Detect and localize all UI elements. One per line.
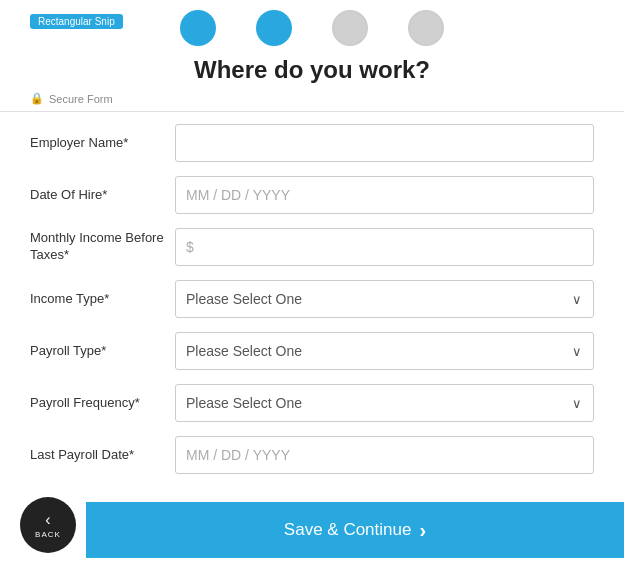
back-button[interactable]: ‹ BACK — [20, 497, 76, 553]
step-1 — [180, 10, 216, 46]
monthly-income-input[interactable] — [175, 228, 594, 266]
employer-name-input[interactable] — [175, 124, 594, 162]
back-label: BACK — [35, 530, 61, 539]
income-type-row: Income Type* Please Select One ∨ — [30, 278, 594, 320]
payroll-type-row: Payroll Type* Please Select One ∨ — [30, 330, 594, 372]
date-of-hire-row: Date Of Hire* — [30, 174, 594, 216]
secure-text: Secure Form — [49, 93, 113, 105]
income-type-wrapper: Please Select One ∨ — [175, 280, 594, 318]
form-area: Employer Name* Date Of Hire* Monthly Inc… — [0, 112, 624, 482]
payroll-frequency-wrapper: Please Select One ∨ — [175, 384, 594, 422]
page-title: Where do you work? — [0, 52, 624, 90]
payroll-type-select[interactable]: Please Select One — [175, 332, 594, 370]
lock-icon: 🔒 — [30, 92, 44, 105]
income-type-select[interactable]: Please Select One — [175, 280, 594, 318]
step-3 — [332, 10, 368, 46]
save-continue-label: Save & Continue — [284, 520, 412, 540]
bottom-bar: ‹ BACK Save & Continue › — [0, 497, 624, 563]
income-type-label: Income Type* — [30, 291, 175, 308]
employer-name-label: Employer Name* — [30, 135, 175, 152]
top-tag: Rectangular Snip — [30, 14, 123, 29]
right-arrow-icon: › — [419, 519, 426, 542]
last-payroll-date-row: Last Payroll Date* — [30, 434, 594, 476]
secure-form-label: 🔒 Secure Form — [0, 90, 624, 112]
step-indicator: Rectangular Snip — [0, 0, 624, 52]
payroll-frequency-label: Payroll Frequency* — [30, 395, 175, 412]
last-payroll-date-label: Last Payroll Date* — [30, 447, 175, 464]
last-payroll-date-input[interactable] — [175, 436, 594, 474]
payroll-type-label: Payroll Type* — [30, 343, 175, 360]
step-2 — [256, 10, 292, 46]
payroll-frequency-row: Payroll Frequency* Please Select One ∨ — [30, 382, 594, 424]
date-of-hire-input[interactable] — [175, 176, 594, 214]
payroll-type-wrapper: Please Select One ∨ — [175, 332, 594, 370]
payroll-frequency-select[interactable]: Please Select One — [175, 384, 594, 422]
date-of-hire-label: Date Of Hire* — [30, 187, 175, 204]
step-4 — [408, 10, 444, 46]
monthly-income-row: Monthly Income Before Taxes* — [30, 226, 594, 268]
employer-name-row: Employer Name* — [30, 122, 594, 164]
back-arrow-icon: ‹ — [45, 511, 50, 529]
monthly-income-label: Monthly Income Before Taxes* — [30, 230, 175, 264]
save-continue-button[interactable]: Save & Continue › — [86, 502, 624, 558]
